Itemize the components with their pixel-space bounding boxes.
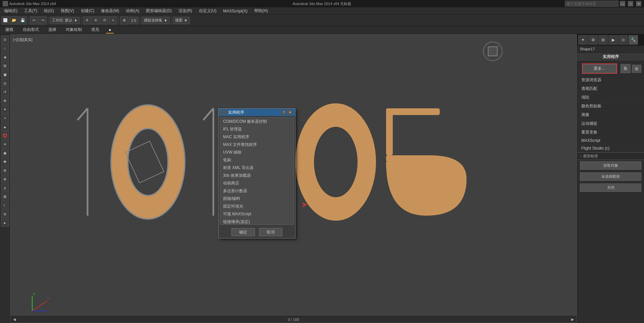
tab-paint[interactable]: 对象绘制 bbox=[63, 26, 85, 34]
list-item[interactable]: 3ds 效果加载器 bbox=[220, 172, 293, 179]
dialog-cancel-button[interactable]: 取消 bbox=[259, 228, 282, 236]
menu-item-render[interactable]: 渲染(R) bbox=[176, 7, 195, 14]
lt-btn-17[interactable]: ⊗ bbox=[1, 175, 9, 183]
menu-item-view[interactable]: 视图(V) bbox=[58, 7, 77, 14]
tb-select[interactable]: ✛ bbox=[83, 16, 91, 24]
lt-btn-7[interactable]: ↺ bbox=[1, 88, 9, 96]
rp-item-collapse[interactable]: 塌陷 bbox=[577, 93, 644, 102]
list-item[interactable]: 链接继承(选定) bbox=[220, 218, 293, 225]
pick-object-button[interactable]: 拾取对象 bbox=[580, 161, 641, 170]
lt-btn-2[interactable]: ↕ bbox=[1, 44, 9, 52]
rp-item-motion[interactable]: 运动捕捉 bbox=[577, 119, 644, 128]
menu-item-create[interactable]: 创建(C) bbox=[78, 7, 97, 14]
menu-item-group[interactable]: 组(G) bbox=[41, 7, 56, 14]
tb-move[interactable]: ✛ bbox=[92, 16, 100, 24]
lt-btn-18[interactable]: ⧖ bbox=[1, 184, 9, 192]
lt-btn-19[interactable]: ⊠ bbox=[1, 193, 9, 201]
lt-btn-9[interactable]: ✦ bbox=[1, 105, 9, 113]
lt-btn-3[interactable]: ◈ bbox=[1, 53, 9, 61]
lt-btn-10[interactable]: ⌖ bbox=[1, 114, 9, 122]
tab-dot[interactable]: ● bbox=[106, 27, 114, 34]
set-button[interactable]: 集 bbox=[621, 64, 631, 73]
list-item[interactable]: 动画商店 bbox=[220, 179, 293, 187]
list-item[interactable]: 多边形计数器 bbox=[220, 187, 293, 195]
rp-tab-motion[interactable]: ▶ bbox=[608, 35, 618, 45]
tb-new[interactable]: ⬜ bbox=[1, 16, 9, 24]
menu-item-edit[interactable]: 编辑(E) bbox=[1, 7, 20, 14]
rp-item-flight[interactable]: Flight Studio (c) bbox=[577, 145, 644, 152]
list-item[interactable]: COM/DCOM 服务器控制 bbox=[220, 118, 293, 125]
lt-btn-13[interactable]: ☀ bbox=[1, 140, 9, 148]
tb-scale[interactable]: ⌖ bbox=[109, 16, 117, 24]
menu-item-maxscript[interactable]: MAXScript(X) bbox=[220, 8, 250, 14]
rp-item-browser[interactable]: 资源浏览器 bbox=[577, 76, 644, 85]
dialog-confirm-button[interactable]: 确定 bbox=[231, 228, 255, 236]
tb-snap[interactable]: ⊕ bbox=[120, 16, 128, 24]
rp-tab-modify[interactable]: ⚙ bbox=[588, 35, 598, 45]
list-item[interactable]: IFL 管理器 bbox=[220, 125, 293, 133]
viewport[interactable]: [+][顶][真实] bbox=[10, 34, 577, 323]
rp-tab-utility[interactable]: 🔧 bbox=[629, 35, 638, 45]
tb-rotate[interactable]: ↺ bbox=[100, 16, 108, 24]
tab-freeform[interactable]: 自由形式 bbox=[20, 26, 42, 34]
menu-item-customize[interactable]: 自定义(U) bbox=[196, 7, 219, 14]
tb-open[interactable]: 📂 bbox=[10, 16, 18, 24]
lt-btn-15[interactable]: ✚ bbox=[1, 158, 9, 166]
list-item[interactable]: UVW 移除 bbox=[220, 149, 293, 156]
deselect-button[interactable]: 未选择图形 bbox=[580, 172, 641, 181]
dialog-help-button[interactable]: ? bbox=[282, 110, 286, 115]
lt-btn-20[interactable]: ☾ bbox=[1, 201, 9, 209]
rp-tab-create[interactable]: ✦ bbox=[578, 35, 588, 45]
rp-tab-hierarchy[interactable]: ⊞ bbox=[598, 35, 608, 45]
rp-item-measure[interactable]: 测量 bbox=[577, 111, 644, 119]
menu-item-animation[interactable]: 动画(A) bbox=[123, 7, 142, 14]
list-item[interactable]: 可视 MAXScript bbox=[220, 210, 293, 218]
lt-btn-8[interactable]: ⊕ bbox=[1, 97, 9, 105]
view-dropdown[interactable]: 视图 ▼ bbox=[173, 17, 190, 24]
minimize-button[interactable]: — bbox=[620, 1, 625, 6]
lt-btn-16[interactable]: ⊛ bbox=[1, 166, 9, 174]
lt-btn-1[interactable]: ⊙ bbox=[1, 36, 9, 44]
tb-save[interactable]: 💾 bbox=[19, 16, 27, 24]
menu-item-modifier[interactable]: 修改器(M) bbox=[98, 7, 122, 14]
lt-btn-14[interactable]: ◉ bbox=[1, 149, 9, 157]
list-item[interactable]: 固定环境光 bbox=[220, 203, 293, 210]
list-item[interactable]: 笔刷 bbox=[220, 156, 293, 164]
lt-btn-22[interactable]: ▸ bbox=[1, 219, 9, 227]
snap-dropdown[interactable]: 2.5 bbox=[129, 17, 139, 24]
dialog-close-button[interactable]: ✕ bbox=[288, 110, 292, 115]
tab-select[interactable]: 选择 bbox=[46, 26, 59, 34]
tab-fill[interactable]: 填充 bbox=[89, 26, 102, 34]
workspace-dropdown[interactable]: 工作区: 默认 ▼ bbox=[50, 17, 80, 24]
search-input[interactable] bbox=[565, 1, 619, 7]
rp-item-reset[interactable]: 重置变换 bbox=[577, 128, 644, 137]
rp-item-color[interactable]: 颜色剪贴板 bbox=[577, 102, 644, 111]
rp-item-maxscript[interactable]: MAXScript bbox=[577, 137, 644, 145]
lt-btn-21[interactable]: ⊜ bbox=[1, 210, 9, 218]
rp-item-persp[interactable]: 透视匹配 bbox=[577, 85, 644, 93]
tb-redo[interactable]: ↪ bbox=[39, 16, 47, 24]
maximize-button[interactable]: □ bbox=[628, 1, 633, 6]
viewport-nav-icon[interactable] bbox=[483, 41, 503, 61]
rp-tab-display[interactable]: ⊙ bbox=[619, 35, 628, 45]
list-item[interactable]: MAC 实用程序 bbox=[220, 133, 293, 141]
lt-btn-5[interactable]: ▣ bbox=[1, 70, 9, 78]
menu-item-help[interactable]: 帮助(H) bbox=[252, 7, 271, 14]
lt-btn-12[interactable]: ⭕ bbox=[1, 131, 9, 140]
tab-modeling[interactable]: 建模 bbox=[3, 26, 16, 34]
select-dropdown[interactable]: 捕捉选择集 ▼ bbox=[142, 17, 170, 24]
set-button2[interactable]: ⊞ bbox=[632, 65, 641, 73]
list-item[interactable]: 材质 XML 导出器 bbox=[220, 164, 293, 172]
list-item[interactable]: 跟随/辅料 bbox=[220, 195, 293, 203]
dialog-list[interactable]: COM/DCOM 服务器控制 IFL 管理器 MAC 实用程序 MAX 文件查找… bbox=[220, 117, 294, 225]
lt-btn-4[interactable]: ⊞ bbox=[1, 62, 9, 70]
lt-btn-6[interactable]: ◎ bbox=[1, 79, 9, 87]
more-button[interactable]: 重多... bbox=[583, 64, 616, 73]
menu-item-tools[interactable]: 工具(T) bbox=[21, 7, 40, 14]
close-button[interactable]: ✕ bbox=[636, 1, 641, 6]
lt-btn-11[interactable]: ▲ bbox=[1, 123, 9, 131]
close-utility-button[interactable]: 关闭 bbox=[580, 183, 641, 192]
tb-undo[interactable]: ↩ bbox=[30, 16, 38, 24]
menu-item-graph-editor[interactable]: 图形编辑器(D) bbox=[143, 7, 174, 14]
list-item[interactable]: MAX 文件查找程序 bbox=[220, 141, 293, 149]
